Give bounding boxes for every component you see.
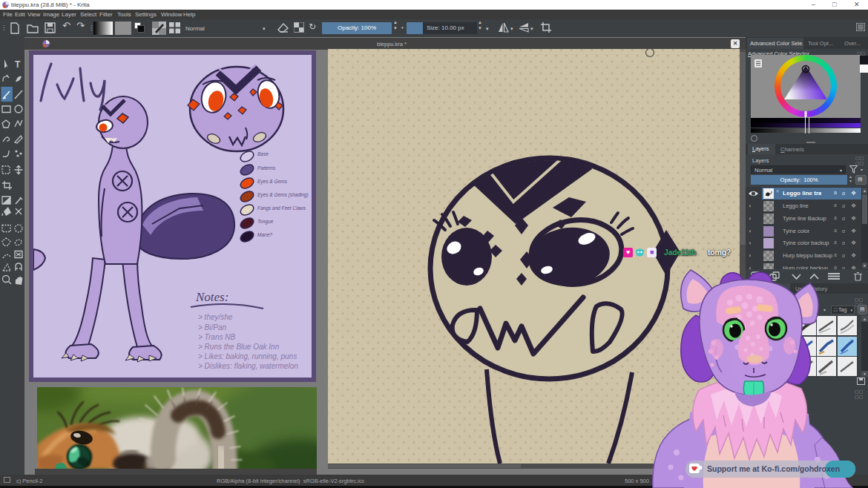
svg-text:Patterns: Patterns (257, 165, 276, 171)
svg-text:> Bi/Pan: > Bi/Pan (198, 323, 227, 332)
svg-text:Notes:: Notes: (195, 290, 228, 304)
svg-text:> Trans NB: > Trans NB (198, 333, 235, 341)
svg-text:Mane?: Mane? (257, 232, 272, 237)
svg-text:Fangs and Feet Claws: Fangs and Feet Claws (257, 205, 306, 211)
svg-text:> Dislikes: flaking, watermelo: > Dislikes: flaking, watermelon (198, 362, 298, 370)
svg-text:> Likes: baking, running, puns: > Likes: baking, running, puns (198, 352, 297, 360)
svg-text:Eyes & Gems: Eyes & Gems (257, 179, 287, 185)
svg-text:T: T (15, 59, 21, 70)
svg-text:Eyes & Gems (shading): Eyes & Gems (shading) (257, 192, 309, 198)
svg-text:> Runs the Blue Oak Inn: > Runs the Blue Oak Inn (198, 343, 280, 351)
svg-text:Tongue: Tongue (257, 219, 274, 225)
svg-text:> they/she: > they/she (198, 313, 233, 321)
svg-text:Base: Base (257, 151, 269, 156)
